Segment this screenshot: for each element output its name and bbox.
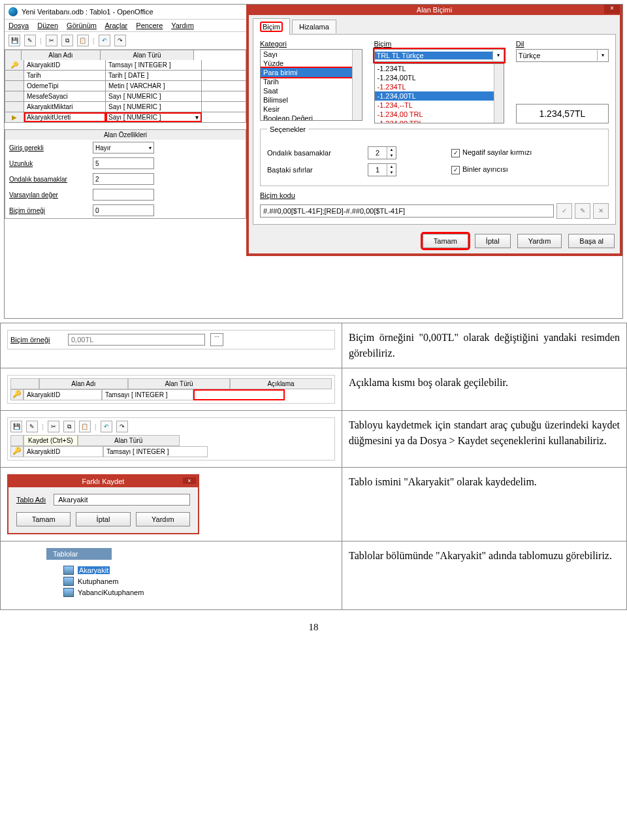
field-row[interactable]: OdemeTipiMetin [ VARCHAR ]: [5, 81, 246, 91]
explanation-text: Tablolar bölümünde "Akaryakit" adında ta…: [342, 541, 627, 610]
copy-icon[interactable]: ⧉: [63, 421, 75, 432]
table-item[interactable]: Akaryakit: [63, 566, 335, 575]
edit-code-icon[interactable]: ✎: [575, 203, 590, 219]
base-window: Yeni Veritabanı.odb : Tablo1 - OpenOffic…: [5, 5, 246, 219]
tablolar-header: Tablolar: [46, 548, 112, 560]
bicim-kodu-input[interactable]: [260, 204, 554, 218]
openoffice-icon: [8, 7, 18, 16]
undo-icon[interactable]: ↶: [101, 421, 112, 432]
undo-icon[interactable]: ↶: [99, 35, 110, 46]
yardim-button[interactable]: Yardım: [517, 234, 562, 248]
tooltip: Kaydet (Ctrl+S): [24, 435, 78, 446]
explanation-text: Tabloyu kaydetmek için standart araç çub…: [342, 411, 627, 468]
window-title: Yeni Veritabanı.odb : Tablo1 - OpenOffic…: [22, 8, 153, 16]
bastaki-stepper[interactable]: 1▲▼: [368, 163, 396, 176]
iptal-button[interactable]: İptal: [76, 512, 130, 526]
table-item[interactable]: Kutuphanem: [63, 577, 335, 586]
table-item[interactable]: YabanciKutuphanem: [63, 588, 335, 597]
tamam-button[interactable]: Tamam: [16, 512, 71, 526]
basaal-button[interactable]: Başa al: [568, 234, 615, 248]
menubar[interactable]: Dosya Düzen Görünüm Araçlar Pencere Yard…: [5, 20, 246, 32]
field-row[interactable]: ▶AkaryakitUcretiSayı [ NUMERIC ] ▾: [5, 112, 246, 123]
field-row[interactable]: TarihTarih [ DATE ]: [5, 71, 246, 81]
secenekler-legend: Seçenekler: [267, 125, 308, 133]
dil-combo[interactable]: Türkçe▾: [516, 49, 609, 62]
chevron-down-icon[interactable]: ▾: [492, 50, 504, 61]
table-icon: [63, 577, 74, 586]
field-row[interactable]: MesafeSayaciSayı [ NUMERIC ]: [5, 91, 246, 102]
key-icon: 🔑: [10, 446, 24, 457]
explanation-text: Biçim örneğini "0,00TL" olarak değiştiği…: [342, 323, 627, 368]
cut-icon[interactable]: ✂: [46, 35, 57, 46]
yardim-button[interactable]: Yardım: [136, 512, 190, 526]
explanation-text: Açıklama kısmı boş olarak geçilebilir.: [342, 368, 627, 411]
binler-checkbox[interactable]: ✓: [451, 166, 460, 174]
close-icon[interactable]: ×: [183, 477, 196, 484]
apply-code-icon[interactable]: ✓: [556, 203, 572, 219]
key-icon: 🔑: [10, 389, 24, 400]
bicim-combo[interactable]: TRL TL Türkçe▾: [374, 49, 504, 62]
chevron-down-icon[interactable]: ▾: [597, 50, 608, 61]
field-grid-header: Alan Adı Alan Türü: [5, 50, 246, 60]
dialog-title: Alan Biçimi ×: [246, 5, 622, 15]
tab-hizalama[interactable]: Hizalama: [292, 20, 336, 33]
tablo-adi-label: Tablo Adı: [16, 496, 46, 504]
edit-icon[interactable]: ✎: [24, 35, 36, 46]
table-icon: [63, 566, 74, 575]
kategori-listbox[interactable]: SayıYüzdePara birimiTarihSaatBilimselKes…: [260, 49, 362, 121]
table-icon: [63, 588, 74, 597]
page-number: 18: [0, 622, 627, 633]
explanation-text: Tablo ismini "Akaryakit" olarak kaydedel…: [342, 468, 627, 541]
ondalik-label: Ondalık basamaklar: [267, 149, 352, 157]
bicim-kodu-label: Biçim kodu: [260, 191, 609, 199]
save-icon[interactable]: 💾: [8, 35, 20, 46]
explanation-table: Biçim örneği 0,00TL ⋯ Biçim örneğini "0,…: [0, 323, 627, 610]
bicim-listbox[interactable]: -1.234TL-1.234,00TL-1.234TL-1.234,00TL-1…: [374, 63, 504, 123]
paste-icon[interactable]: 📋: [77, 35, 89, 46]
tamam-button[interactable]: Tamam: [423, 234, 468, 248]
dil-label: Dil: [516, 40, 609, 48]
bicim-label: Biçim: [374, 40, 504, 48]
copy-icon[interactable]: ⧉: [61, 35, 73, 46]
bastaki-label: Baştaki sıfırlar: [267, 166, 352, 174]
tablo-adi-input[interactable]: Akaryakit: [54, 494, 190, 506]
field-row[interactable]: 🔑AkaryakitIDTamsayı [ INTEGER ]: [5, 60, 246, 71]
redo-icon[interactable]: ↷: [114, 35, 126, 46]
tab-bicim[interactable]: Biçim: [253, 18, 290, 35]
edit-icon[interactable]: ✎: [26, 421, 38, 432]
ellipsis-icon[interactable]: ⋯: [210, 333, 223, 346]
redo-icon[interactable]: ↷: [116, 421, 128, 432]
ondalik-stepper[interactable]: 2▲▼: [368, 146, 396, 159]
cut-icon[interactable]: ✂: [48, 421, 59, 432]
delete-code-icon[interactable]: ✕: [593, 203, 609, 219]
toolbar: 💾 ✎ | ✂ ⧉ 📋 | ↶ ↷: [5, 32, 246, 50]
close-icon[interactable]: ×: [604, 5, 620, 14]
save-as-dialog: Farklı Kaydet× Tablo Adı Akaryakit Tamam…: [7, 474, 199, 534]
save-icon[interactable]: 💾: [10, 421, 22, 432]
format-preview: 1.234,57TL: [516, 104, 609, 123]
iptal-button[interactable]: İptal: [475, 234, 511, 248]
field-row[interactable]: AkaryakitMiktariSayı [ NUMERIC ]: [5, 102, 246, 112]
paste-icon[interactable]: 📋: [79, 421, 91, 432]
negatif-checkbox[interactable]: ✓: [451, 149, 460, 157]
kategori-label: Kategori: [260, 40, 362, 48]
bicim-ornegi-value: 0,00TL: [68, 334, 205, 346]
bicim-ornegi-label: Biçim örneği: [10, 336, 63, 344]
field-properties: Alan Özellikleri Giriş gerekliHayır▾Uzun…: [5, 129, 246, 219]
aciklama-cell[interactable]: [193, 389, 285, 400]
